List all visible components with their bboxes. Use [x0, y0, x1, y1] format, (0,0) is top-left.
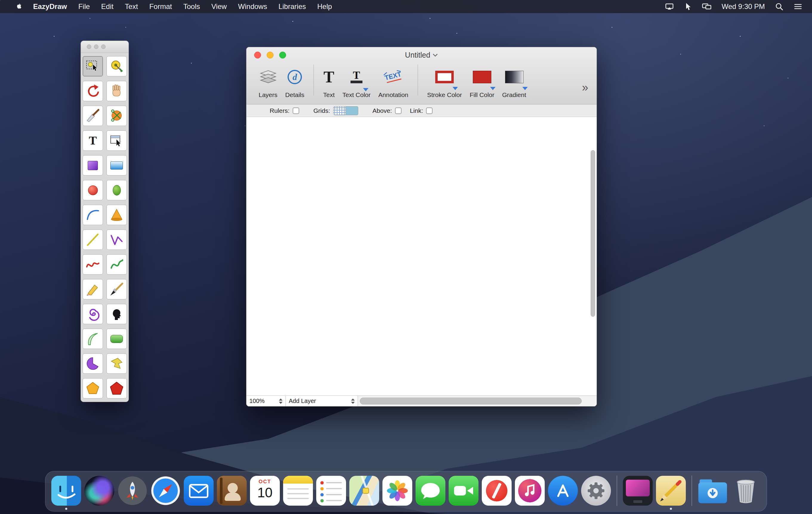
dock-item-safari[interactable] [151, 476, 180, 506]
dock-item-reminders[interactable] [316, 476, 346, 506]
zoom-button[interactable] [279, 52, 286, 58]
pointer-icon[interactable] [684, 0, 692, 13]
tool-pentagon-red[interactable] [107, 378, 127, 399]
notification-center-icon[interactable] [793, 0, 803, 13]
menu-tools[interactable]: Tools [177, 0, 206, 13]
dock-item-trash[interactable] [731, 476, 761, 506]
zoom-select[interactable]: 100% [246, 396, 286, 406]
tool-pentagon-orange[interactable] [83, 378, 103, 399]
dock-item-photos[interactable] [382, 476, 412, 506]
tool-freehand-green[interactable] [107, 254, 127, 275]
dock-item-news[interactable] [482, 476, 512, 506]
add-layer-select[interactable]: Add Layer [286, 396, 358, 406]
text-button[interactable]: T Text [323, 63, 335, 99]
menu-help[interactable]: Help [312, 0, 338, 13]
horizontal-scrollbar-thumb[interactable] [360, 398, 582, 404]
tool-fold-shape[interactable] [107, 353, 127, 374]
fill-color-button[interactable]: Fill Color [469, 63, 494, 99]
tool-rounded-rectangle[interactable] [107, 329, 127, 349]
tool-text-select[interactable] [107, 130, 127, 151]
tool-cut[interactable] [107, 106, 127, 126]
details-button[interactable]: d Details [285, 63, 304, 99]
apple-menu[interactable] [9, 0, 27, 13]
tool-ellipse[interactable] [107, 180, 127, 200]
link-checkbox[interactable] [426, 107, 433, 114]
dock-item-calendar[interactable]: OCT 10 [250, 476, 280, 506]
menu-libraries[interactable]: Libraries [273, 0, 312, 13]
text-color-button[interactable]: T Text Color [343, 63, 371, 99]
close-button[interactable] [254, 52, 261, 58]
horizontal-scrollbar[interactable] [358, 396, 597, 406]
tool-curve[interactable] [83, 329, 103, 349]
palette-zoom-button[interactable] [101, 45, 106, 49]
stroke-color-dropdown-icon[interactable] [453, 87, 458, 90]
displays-icon[interactable] [702, 0, 712, 13]
tool-line[interactable] [83, 229, 103, 250]
dock-item-maps[interactable] [349, 476, 379, 506]
grid-color-button[interactable] [346, 106, 358, 115]
dock-item-downloads[interactable] [698, 476, 728, 506]
dock-item-mail[interactable] [184, 476, 213, 506]
gradient-button[interactable]: Gradient [502, 63, 526, 99]
layers-button[interactable]: Layers [259, 63, 278, 99]
menu-edit[interactable]: Edit [95, 0, 119, 13]
text-color-dropdown-icon[interactable] [363, 88, 369, 91]
drawing-canvas[interactable] [246, 117, 597, 396]
dock-item-contacts[interactable] [217, 476, 247, 506]
tool-arc[interactable] [83, 205, 103, 225]
tool-pie[interactable] [83, 353, 103, 374]
toolbar-overflow-button[interactable]: » [582, 82, 588, 93]
dock-item-siri[interactable] [84, 476, 114, 506]
tool-paintbrush[interactable] [107, 279, 127, 299]
tool-pan-hand[interactable] [107, 81, 127, 101]
dock-item-system-preferences[interactable] [581, 476, 611, 506]
dock-item-app-store[interactable] [548, 476, 578, 506]
tool-freehand-red[interactable] [83, 254, 103, 275]
tool-gradient-rectangle[interactable] [107, 155, 127, 175]
tool-polyline[interactable] [107, 229, 127, 250]
dock-item-facetime[interactable] [449, 476, 478, 506]
screen-mirroring-icon[interactable] [665, 0, 674, 13]
dock-item-music[interactable] [515, 476, 545, 506]
tool-tape-measure[interactable] [107, 56, 127, 76]
menu-windows[interactable]: Windows [232, 0, 273, 13]
spotlight-icon[interactable] [775, 0, 783, 13]
menu-file[interactable]: File [72, 0, 95, 13]
desktop[interactable]: { "menu_bar": { "app_name": "EazyDraw", … [0, 0, 812, 514]
tool-spiral[interactable] [83, 304, 103, 324]
dock-item-messages[interactable] [415, 476, 445, 506]
tool-palette-titlebar[interactable] [81, 41, 128, 53]
window-titlebar[interactable]: Untitled [246, 47, 597, 63]
stroke-color-button[interactable]: Stroke Color [427, 63, 462, 99]
dock-item-launchpad[interactable] [118, 476, 147, 506]
tool-circle[interactable] [83, 180, 103, 200]
dock-item-eazydraw[interactable] [656, 476, 686, 506]
tool-gradient-square[interactable] [83, 155, 103, 175]
title-chevron-icon[interactable] [433, 53, 438, 57]
palette-minimize-button[interactable] [94, 45, 98, 49]
tool-marquee-select[interactable] [83, 56, 103, 76]
menu-app-name[interactable]: EazyDraw [27, 0, 72, 13]
above-checkbox[interactable] [395, 107, 402, 114]
menu-view[interactable]: View [206, 0, 232, 13]
grid-pattern-button[interactable] [333, 106, 346, 115]
tool-rotate[interactable] [83, 81, 103, 101]
menu-format[interactable]: Format [144, 0, 177, 13]
menu-clock[interactable]: Wed 9:30 PM [722, 0, 765, 13]
tool-pencil[interactable] [83, 279, 103, 299]
vertical-scrollbar-thumb[interactable] [591, 150, 595, 317]
dock-item-notes[interactable] [283, 476, 313, 506]
dock-item-display[interactable] [623, 476, 653, 506]
minimize-button[interactable] [267, 52, 273, 58]
dock-item-finder[interactable] [51, 476, 81, 506]
menu-text[interactable]: Text [119, 0, 144, 13]
gradient-dropdown-icon[interactable] [522, 87, 528, 90]
annotation-button[interactable]: TEXT Annotation [378, 63, 408, 99]
tool-knife[interactable] [83, 106, 103, 126]
palette-close-button[interactable] [87, 45, 91, 49]
rulers-checkbox[interactable] [293, 107, 299, 114]
fill-color-dropdown-icon[interactable] [490, 87, 495, 90]
tool-cone[interactable] [107, 205, 127, 225]
tool-text[interactable]: T [83, 130, 103, 151]
tool-silhouette[interactable] [107, 304, 127, 324]
